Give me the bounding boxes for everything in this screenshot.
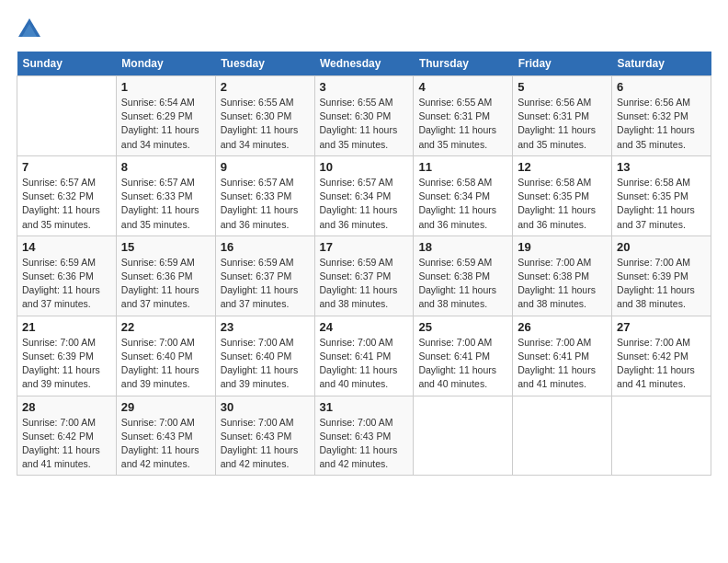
day-detail: Sunrise: 6:56 AMSunset: 6:31 PMDaylight:… xyxy=(518,96,607,152)
day-number: 1 xyxy=(121,80,210,94)
day-number: 10 xyxy=(320,160,409,174)
day-cell: 2Sunrise: 6:55 AMSunset: 6:30 PMDaylight… xyxy=(215,76,314,156)
col-header-wednesday: Wednesday xyxy=(314,52,414,76)
day-cell: 4Sunrise: 6:55 AMSunset: 6:31 PMDaylight… xyxy=(414,76,513,156)
day-detail: Sunrise: 6:57 AMSunset: 6:32 PMDaylight:… xyxy=(22,176,111,232)
day-number: 17 xyxy=(320,240,409,254)
day-number: 20 xyxy=(617,240,706,254)
day-detail: Sunrise: 6:57 AMSunset: 6:33 PMDaylight:… xyxy=(221,176,310,232)
day-detail: Sunrise: 6:56 AMSunset: 6:32 PMDaylight:… xyxy=(617,96,706,152)
day-detail: Sunrise: 6:58 AMSunset: 6:35 PMDaylight:… xyxy=(518,176,607,232)
day-cell: 29Sunrise: 7:00 AMSunset: 6:43 PMDayligh… xyxy=(116,396,215,476)
col-header-monday: Monday xyxy=(116,52,215,76)
day-cell xyxy=(612,396,711,476)
day-number: 18 xyxy=(418,240,507,254)
day-cell: 5Sunrise: 6:56 AMSunset: 6:31 PMDaylight… xyxy=(513,76,612,156)
day-number: 3 xyxy=(320,80,409,94)
day-cell: 12Sunrise: 6:58 AMSunset: 6:35 PMDayligh… xyxy=(513,155,612,236)
day-detail: Sunrise: 7:00 AMSunset: 6:39 PMDaylight:… xyxy=(617,256,706,312)
day-number: 8 xyxy=(121,160,210,174)
col-header-sunday: Sunday xyxy=(17,52,117,76)
day-cell xyxy=(513,396,612,476)
calendar-table: SundayMondayTuesdayWednesdayThursdayFrid… xyxy=(17,52,711,476)
day-number: 5 xyxy=(518,80,607,94)
day-detail: Sunrise: 7:00 AMSunset: 6:41 PMDaylight:… xyxy=(518,336,607,392)
day-detail: Sunrise: 6:58 AMSunset: 6:35 PMDaylight:… xyxy=(617,176,706,232)
day-cell: 9Sunrise: 6:57 AMSunset: 6:33 PMDaylight… xyxy=(215,155,314,236)
header xyxy=(17,17,711,42)
day-number: 22 xyxy=(121,320,210,334)
week-row-4: 21Sunrise: 7:00 AMSunset: 6:39 PMDayligh… xyxy=(17,316,711,396)
day-detail: Sunrise: 7:00 AMSunset: 6:43 PMDaylight:… xyxy=(121,416,210,472)
day-number: 27 xyxy=(617,320,706,334)
day-cell: 27Sunrise: 7:00 AMSunset: 6:42 PMDayligh… xyxy=(612,316,711,396)
day-cell: 6Sunrise: 6:56 AMSunset: 6:32 PMDaylight… xyxy=(612,76,711,156)
day-number: 28 xyxy=(22,400,111,414)
day-cell xyxy=(17,76,117,156)
day-cell: 17Sunrise: 6:59 AMSunset: 6:37 PMDayligh… xyxy=(314,236,414,316)
day-detail: Sunrise: 7:00 AMSunset: 6:40 PMDaylight:… xyxy=(121,336,210,392)
day-detail: Sunrise: 7:00 AMSunset: 6:41 PMDaylight:… xyxy=(418,336,507,392)
day-number: 2 xyxy=(221,80,310,94)
day-number: 16 xyxy=(221,240,310,254)
day-number: 23 xyxy=(221,320,310,334)
day-detail: Sunrise: 7:00 AMSunset: 6:38 PMDaylight:… xyxy=(518,256,607,312)
logo-icon xyxy=(17,17,42,42)
day-detail: Sunrise: 7:00 AMSunset: 6:42 PMDaylight:… xyxy=(617,336,706,392)
day-cell: 18Sunrise: 6:59 AMSunset: 6:38 PMDayligh… xyxy=(414,236,513,316)
col-header-thursday: Thursday xyxy=(414,52,513,76)
day-cell: 23Sunrise: 7:00 AMSunset: 6:40 PMDayligh… xyxy=(215,316,314,396)
day-detail: Sunrise: 6:58 AMSunset: 6:34 PMDaylight:… xyxy=(418,176,507,232)
day-cell: 28Sunrise: 7:00 AMSunset: 6:42 PMDayligh… xyxy=(17,396,117,476)
day-detail: Sunrise: 6:55 AMSunset: 6:31 PMDaylight:… xyxy=(418,96,507,152)
day-number: 11 xyxy=(418,160,507,174)
day-number: 4 xyxy=(418,80,507,94)
day-detail: Sunrise: 7:00 AMSunset: 6:40 PMDaylight:… xyxy=(221,336,310,392)
day-cell: 14Sunrise: 6:59 AMSunset: 6:36 PMDayligh… xyxy=(17,236,117,316)
day-detail: Sunrise: 7:00 AMSunset: 6:41 PMDaylight:… xyxy=(320,336,409,392)
page: SundayMondayTuesdayWednesdayThursdayFrid… xyxy=(0,0,728,485)
day-cell: 19Sunrise: 7:00 AMSunset: 6:38 PMDayligh… xyxy=(513,236,612,316)
day-cell: 1Sunrise: 6:54 AMSunset: 6:29 PMDaylight… xyxy=(116,76,215,156)
day-cell: 24Sunrise: 7:00 AMSunset: 6:41 PMDayligh… xyxy=(314,316,414,396)
day-detail: Sunrise: 6:59 AMSunset: 6:36 PMDaylight:… xyxy=(22,256,111,312)
day-detail: Sunrise: 6:59 AMSunset: 6:37 PMDaylight:… xyxy=(221,256,310,312)
day-number: 26 xyxy=(518,320,607,334)
day-number: 6 xyxy=(617,80,706,94)
col-header-friday: Friday xyxy=(513,52,612,76)
day-number: 19 xyxy=(518,240,607,254)
day-cell: 10Sunrise: 6:57 AMSunset: 6:34 PMDayligh… xyxy=(314,155,414,236)
day-detail: Sunrise: 6:57 AMSunset: 6:33 PMDaylight:… xyxy=(121,176,210,232)
day-detail: Sunrise: 6:54 AMSunset: 6:29 PMDaylight:… xyxy=(121,96,210,152)
day-number: 29 xyxy=(121,400,210,414)
day-cell: 7Sunrise: 6:57 AMSunset: 6:32 PMDaylight… xyxy=(17,155,117,236)
week-row-5: 28Sunrise: 7:00 AMSunset: 6:42 PMDayligh… xyxy=(17,396,711,476)
week-row-1: 1Sunrise: 6:54 AMSunset: 6:29 PMDaylight… xyxy=(17,76,711,156)
day-number: 7 xyxy=(22,160,111,174)
day-detail: Sunrise: 6:59 AMSunset: 6:36 PMDaylight:… xyxy=(121,256,210,312)
day-detail: Sunrise: 6:59 AMSunset: 6:37 PMDaylight:… xyxy=(320,256,409,312)
day-number: 30 xyxy=(221,400,310,414)
day-cell: 25Sunrise: 7:00 AMSunset: 6:41 PMDayligh… xyxy=(414,316,513,396)
day-number: 21 xyxy=(22,320,111,334)
day-number: 15 xyxy=(121,240,210,254)
day-cell: 15Sunrise: 6:59 AMSunset: 6:36 PMDayligh… xyxy=(116,236,215,316)
day-detail: Sunrise: 6:55 AMSunset: 6:30 PMDaylight:… xyxy=(320,96,409,152)
day-detail: Sunrise: 6:55 AMSunset: 6:30 PMDaylight:… xyxy=(221,96,310,152)
day-number: 31 xyxy=(320,400,409,414)
calendar-header-row: SundayMondayTuesdayWednesdayThursdayFrid… xyxy=(17,52,711,76)
col-header-tuesday: Tuesday xyxy=(215,52,314,76)
day-cell: 22Sunrise: 7:00 AMSunset: 6:40 PMDayligh… xyxy=(116,316,215,396)
day-detail: Sunrise: 7:00 AMSunset: 6:43 PMDaylight:… xyxy=(221,416,310,472)
day-cell: 20Sunrise: 7:00 AMSunset: 6:39 PMDayligh… xyxy=(612,236,711,316)
day-number: 25 xyxy=(418,320,507,334)
day-cell: 8Sunrise: 6:57 AMSunset: 6:33 PMDaylight… xyxy=(116,155,215,236)
day-number: 12 xyxy=(518,160,607,174)
day-cell: 21Sunrise: 7:00 AMSunset: 6:39 PMDayligh… xyxy=(17,316,117,396)
day-detail: Sunrise: 7:00 AMSunset: 6:42 PMDaylight:… xyxy=(22,416,111,472)
logo xyxy=(17,17,46,42)
day-number: 13 xyxy=(617,160,706,174)
day-detail: Sunrise: 6:57 AMSunset: 6:34 PMDaylight:… xyxy=(320,176,409,232)
week-row-3: 14Sunrise: 6:59 AMSunset: 6:36 PMDayligh… xyxy=(17,236,711,316)
day-number: 9 xyxy=(221,160,310,174)
